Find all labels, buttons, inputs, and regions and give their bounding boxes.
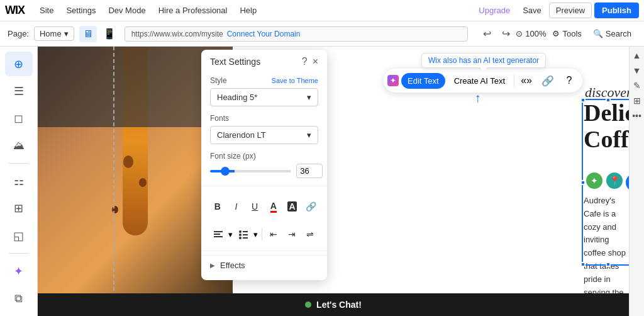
layers2-icon: ⧉ xyxy=(14,292,23,305)
effects-row[interactable]: ▶ Effects xyxy=(201,255,327,275)
font-value: Clarendon LT xyxy=(217,130,266,140)
panel-close-icon[interactable]: × xyxy=(313,56,318,67)
add-icon: ⊕ xyxy=(14,57,23,71)
fonts-section: Fonts Clarendon LT ▾ xyxy=(201,110,327,148)
svg-rect-6 xyxy=(243,234,248,235)
preview-button[interactable]: Preview xyxy=(549,3,592,18)
sidebar-item-layers2[interactable]: ⧉ xyxy=(5,286,33,311)
create-ai-text-button[interactable]: Create AI Text xyxy=(448,73,511,89)
italic-button[interactable]: I xyxy=(229,198,244,215)
right-scrollbar[interactable]: ▲ ▼ ✎ ⊞ ••• xyxy=(629,47,644,316)
list-button[interactable] xyxy=(235,225,251,243)
canvas-left-dashes xyxy=(113,47,114,316)
panel-help-icon[interactable]: ? xyxy=(302,56,308,67)
ai-icon-button-1[interactable]: «» xyxy=(517,71,536,90)
handle-bottom-left[interactable] xyxy=(580,262,586,267)
sidebar-item-ai[interactable]: ✦ xyxy=(5,259,33,283)
undo-button[interactable]: ↩ xyxy=(478,25,496,43)
format-row: B I U A A 🔗 xyxy=(210,198,318,215)
indent-right-button[interactable]: ⇥ xyxy=(284,225,300,243)
font-dropdown[interactable]: Clarendon LT ▾ xyxy=(210,126,318,144)
edit-icons-row: ✦ 📍 xyxy=(586,172,623,189)
svg-rect-0 xyxy=(214,231,223,232)
sidebar-item-design[interactable]: ◻ xyxy=(5,106,33,131)
text-highlight-button[interactable]: A xyxy=(285,198,300,215)
font-size-label: Font size (px) xyxy=(210,152,256,161)
ai-toolbar: ✦ Edit Text Create AI Text «» 🔗 ? xyxy=(384,69,582,93)
desktop-icon[interactable]: 🖥 xyxy=(79,26,97,42)
align-left-button[interactable] xyxy=(210,225,226,243)
connect-domain-link[interactable]: Connect Your Domain xyxy=(227,30,301,38)
rtl-button[interactable]: ⇌ xyxy=(303,225,318,243)
sidebar-item-blocks[interactable]: ⊞ xyxy=(5,196,33,221)
edit-icon-green[interactable]: ✦ xyxy=(586,172,602,189)
style-dropdown[interactable]: Heading 5* ▾ xyxy=(210,88,318,106)
sidebar-item-apps[interactable]: ⚏ xyxy=(5,169,33,193)
handle-mid-left[interactable] xyxy=(580,180,586,185)
edit-icon-teal[interactable]: 📍 xyxy=(606,172,623,189)
scroll-up-button[interactable]: ▲ xyxy=(631,49,643,62)
link-button[interactable]: 🔗 xyxy=(303,198,318,215)
list-chevron-icon: ▾ xyxy=(253,230,258,239)
scroll-edit-button[interactable]: ✎ xyxy=(631,79,643,92)
underline-button[interactable]: U xyxy=(247,198,262,215)
style-section: Style Save to Theme Heading 5* ▾ xyxy=(201,72,327,110)
page-value: Home xyxy=(40,29,62,38)
chevron-down-icon: ▾ xyxy=(64,29,69,38)
text-color-button[interactable]: A xyxy=(266,198,281,215)
save-to-theme-link[interactable]: Save to Theme xyxy=(272,77,318,84)
scroll-more-button[interactable]: ••• xyxy=(631,110,643,122)
nav-hire[interactable]: Hire a Professional xyxy=(153,3,233,18)
sidebar-item-pages[interactable]: ☰ xyxy=(5,79,33,103)
ai-help-button[interactable]: ? xyxy=(560,71,579,90)
canvas-area[interactable]: discover. ↻ Delicious Organic Coffee xyxy=(38,47,644,316)
tooltip-arrow-icon: ↓ xyxy=(475,93,481,107)
lets-chat-label: Let's Chat! xyxy=(316,300,362,310)
panel-header: Text Settings ? × xyxy=(201,50,327,72)
tools-button[interactable]: ⚙ Tools xyxy=(547,26,586,41)
bold-button[interactable]: B xyxy=(210,198,225,215)
text-settings-panel: Text Settings ? × Style Save to Theme He… xyxy=(201,50,327,280)
upgrade-button[interactable]: Upgrade xyxy=(474,3,515,18)
ai-icon: ✦ xyxy=(14,264,23,278)
left-sidebar: ⊕ ☰ ◻ ⛰ ⚏ ⊞ ◱ ✦ ⧉ xyxy=(0,47,38,316)
ai-link-button[interactable]: 🔗 xyxy=(538,71,557,90)
edit-text-button[interactable]: Edit Text xyxy=(401,73,445,89)
url-text: https://www.wix.com/mysite xyxy=(131,30,223,38)
svg-point-5 xyxy=(239,234,242,236)
layers-icon: ◱ xyxy=(13,229,24,243)
nav-site[interactable]: Site xyxy=(35,3,58,18)
publish-button[interactable]: Publish xyxy=(594,3,639,18)
tools-icon: ⚙ xyxy=(552,29,560,38)
indent-left-button[interactable]: ⇤ xyxy=(266,225,282,243)
sidebar-item-add[interactable]: ⊕ xyxy=(5,52,33,76)
scroll-grid-button[interactable]: ⊞ xyxy=(631,94,643,107)
svg-point-3 xyxy=(239,230,242,233)
fonts-label: Fonts xyxy=(210,114,229,123)
nav-devmode[interactable]: Dev Mode xyxy=(103,3,150,18)
nav-help[interactable]: Help xyxy=(235,3,262,18)
redo-button[interactable]: ↪ xyxy=(497,25,514,43)
scroll-down-button[interactable]: ▼ xyxy=(631,64,643,77)
style-chevron-icon: ▾ xyxy=(307,93,311,102)
sidebar-item-layers[interactable]: ◱ xyxy=(5,223,33,248)
handle-top-mid[interactable] xyxy=(606,98,611,103)
second-navigation: Page: Home ▾ 🖥 📱 https://www.wix.com/mys… xyxy=(0,21,644,47)
effects-label: Effects xyxy=(220,261,245,270)
search-icon: 🔍 xyxy=(593,29,603,38)
apps-icon: ⚏ xyxy=(14,174,24,188)
search-button[interactable]: 🔍 Search xyxy=(588,26,636,41)
mobile-icon[interactable]: 📱 xyxy=(99,25,119,42)
page-select[interactable]: Home ▾ xyxy=(34,26,74,41)
nav-settings[interactable]: Settings xyxy=(61,3,101,18)
handle-top-left[interactable] xyxy=(580,98,586,103)
style-value: Heading 5* xyxy=(217,93,257,102)
pages-icon: ☰ xyxy=(14,84,24,98)
align-chevron-icon: ▾ xyxy=(228,230,233,239)
font-size-input[interactable]: 36 xyxy=(296,164,323,178)
sidebar-item-media[interactable]: ⛰ xyxy=(5,133,33,158)
lets-chat-button[interactable]: Let's Chat! xyxy=(38,293,629,316)
font-size-slider[interactable] xyxy=(210,170,291,172)
handle-bottom-mid[interactable] xyxy=(606,262,611,267)
save-button[interactable]: Save xyxy=(518,3,547,18)
